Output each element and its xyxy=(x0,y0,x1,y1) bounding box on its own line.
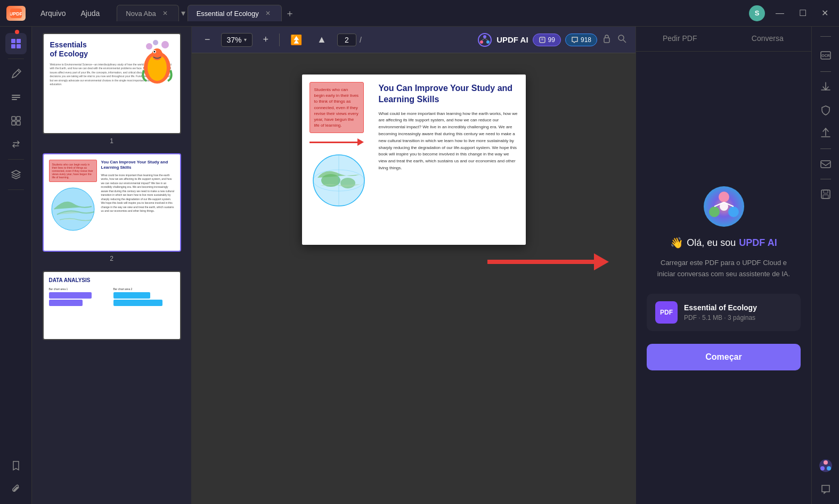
tab-dropdown-icon[interactable]: ▾ xyxy=(181,8,185,18)
svg-rect-31 xyxy=(604,38,609,43)
zoom-in-button[interactable]: + xyxy=(259,32,273,47)
svg-point-53 xyxy=(827,466,831,470)
zoom-out-button[interactable]: − xyxy=(200,32,215,47)
prev-page-button[interactable]: ▲ xyxy=(313,32,331,47)
thumbnail-label-2: 2 xyxy=(110,255,113,262)
page-number-input[interactable] xyxy=(337,34,356,46)
sidebar-icon-layers[interactable] xyxy=(5,164,27,185)
right-icon-export[interactable] xyxy=(815,123,836,144)
right-icon-ocr[interactable]: OCR xyxy=(814,44,837,67)
sidebar-icon-organize[interactable] xyxy=(5,110,27,131)
sidebar-sep-3 xyxy=(8,189,24,190)
search-button[interactable] xyxy=(616,33,627,46)
thumbnail-panel: Essentialsof Ecology xyxy=(32,27,192,504)
svg-point-32 xyxy=(618,35,624,40)
viewer-toolbar: − 37% ▾ + ⏫ ▲ / U xyxy=(192,27,636,53)
zoom-display: 37% ▾ xyxy=(221,33,252,47)
sidebar-icon-viewer[interactable] xyxy=(5,33,27,54)
toolbar-separator-1 xyxy=(279,34,280,46)
close-button[interactable]: ✕ xyxy=(817,6,833,20)
right-icon-minus1 xyxy=(812,31,839,42)
svg-point-27 xyxy=(480,40,483,44)
updf-brand-icon xyxy=(818,458,833,473)
brand-name-label: UPDF AI xyxy=(739,237,777,249)
lock-button[interactable] xyxy=(601,33,612,46)
tab-ecology[interactable]: Essential of Ecology ✕ xyxy=(188,5,282,21)
tab-nova-aba[interactable]: Nova Aba ✕ xyxy=(117,5,178,21)
svg-point-19 xyxy=(146,43,152,49)
app-logo: UPDF xyxy=(6,6,26,21)
file-type: PDF xyxy=(684,314,697,321)
greeting-text: Olá, eu sou xyxy=(687,237,736,249)
right-toolbar: OCR xyxy=(811,27,839,504)
annotation-count-badge[interactable]: 99 xyxy=(533,34,561,46)
svg-point-26 xyxy=(486,40,490,44)
sidebar-icon-paperclip[interactable] xyxy=(5,478,27,500)
svg-text:OCR: OCR xyxy=(821,54,830,57)
window-controls: S — ☐ ✕ xyxy=(749,5,833,21)
thumbnail-label-1: 1 xyxy=(110,137,113,145)
thumbnail-3[interactable]: DATA ANALYSIS Bar chart area 1 Bar chart… xyxy=(36,271,187,343)
right-icon-import[interactable] xyxy=(815,76,836,97)
thumbnail-2[interactable]: Students who can begin early in their li… xyxy=(36,153,187,262)
sidebar-icon-annotate[interactable] xyxy=(5,63,27,85)
tab-pedir-pdf[interactable]: Pedir PDF xyxy=(636,27,724,51)
titlebar: UPDF Arquivo Ajuda Nova Aba ✕ ▾ Essentia… xyxy=(0,0,839,27)
ai-logo-svg xyxy=(703,185,745,228)
thumbnail-1[interactable]: Essentialsof Ecology xyxy=(36,33,187,145)
thumb2-redbox: Students who can begin early in their li… xyxy=(49,160,97,182)
thumb2-text: What could be more important than learni… xyxy=(101,173,175,213)
arrow-head xyxy=(594,253,609,270)
svg-rect-9 xyxy=(12,117,15,120)
right-icon-updf-logo[interactable] xyxy=(815,455,836,476)
ai-file-card: PDF Essential of Ecology PDF · 5.1 MB · … xyxy=(647,294,801,331)
zoom-dropdown-icon[interactable]: ▾ xyxy=(244,37,247,43)
page2-title: You Can Improve Your Study and Learning … xyxy=(379,83,518,105)
menu-ajuda[interactable]: Ajuda xyxy=(74,7,106,20)
ai-description: Carregar este PDF para o UPDF Cloud e in… xyxy=(647,258,801,280)
right-icon-chat[interactable] xyxy=(815,478,836,500)
start-button[interactable]: Começar xyxy=(647,344,801,370)
svg-point-20 xyxy=(153,40,158,45)
sidebar-sep-1 xyxy=(8,59,24,59)
comment-icon xyxy=(571,36,579,44)
svg-point-21 xyxy=(161,41,169,48)
svg-point-37 xyxy=(340,178,355,188)
updf-ai-section: UPDF AI 99 918 xyxy=(477,32,627,47)
tab-conversa[interactable]: Conversa xyxy=(724,27,812,51)
menu-arquivo[interactable]: Arquivo xyxy=(34,7,72,20)
minimize-button[interactable]: — xyxy=(771,6,788,20)
right-icon-security[interactable] xyxy=(815,100,836,121)
sidebar-icon-edit[interactable] xyxy=(5,87,27,108)
annotation-count: 99 xyxy=(548,36,555,44)
sidebar-icon-convert[interactable] xyxy=(5,134,27,155)
svg-point-18 xyxy=(153,51,155,53)
right-icon-email[interactable] xyxy=(815,153,836,175)
svg-rect-12 xyxy=(17,121,20,125)
comment-count: 918 xyxy=(581,36,591,44)
thumb3-title: DATA ANALYSIS xyxy=(49,277,175,283)
tab-label-nova-aba: Nova Aba xyxy=(126,10,156,18)
tab-new-button[interactable]: ＋ xyxy=(285,7,295,20)
user-avatar[interactable]: S xyxy=(749,5,765,21)
svg-point-43 xyxy=(709,206,720,217)
pdf-content-area: Students who can begin early in their li… xyxy=(192,53,636,504)
comment-count-badge[interactable]: 918 xyxy=(565,34,597,46)
ai-panel: Pedir PDF Conversa xyxy=(636,27,811,504)
tab-close-nova-aba[interactable]: ✕ xyxy=(160,9,170,18)
file-pages: 3 páginas xyxy=(728,314,755,321)
tab-close-ecology[interactable]: ✕ xyxy=(263,9,273,18)
updf-ai-label: UPDF AI xyxy=(496,35,528,44)
svg-rect-8 xyxy=(12,99,17,100)
updf-ai-logo-icon xyxy=(477,32,492,47)
page-separator: / xyxy=(360,36,362,44)
sidebar-sep-2 xyxy=(8,159,24,160)
maximize-button[interactable]: ☐ xyxy=(795,6,811,20)
svg-rect-49 xyxy=(824,190,828,193)
menu-bar: Arquivo Ajuda xyxy=(34,7,106,20)
sidebar-icon-bookmark[interactable] xyxy=(5,455,27,476)
page2-body: What could be more important than learni… xyxy=(379,111,518,172)
first-page-button[interactable]: ⏫ xyxy=(286,32,306,48)
right-icon-save[interactable] xyxy=(815,184,836,205)
sidebar-left xyxy=(0,27,32,504)
